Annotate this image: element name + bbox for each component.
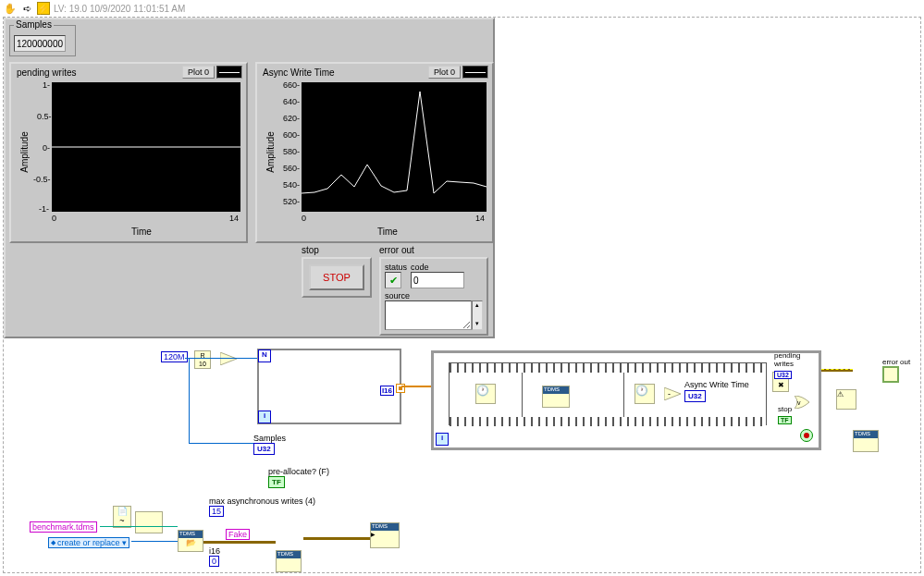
while-i-terminal: i — [436, 433, 449, 446]
async-write-time-chart: Async Write Time Plot 0 Amplitude 660- 6… — [255, 62, 494, 243]
error-label: error out — [379, 245, 488, 255]
window-title: LV: 19.0 10/9/2020 11:01:51 AM — [54, 4, 185, 14]
chart2-line — [302, 82, 487, 212]
create-or-replace-const[interactable]: ◆create or replace▾ — [48, 537, 129, 548]
chart1-title: pending writes — [17, 67, 76, 78]
status-indicator: ✔ — [385, 272, 401, 288]
i16-coerce: I16 — [380, 386, 394, 396]
error-out-cluster: error out status ✔ code source — [379, 245, 488, 336]
diagram-area: Samples pending writes Plot 0 Amplitude … — [3, 17, 921, 573]
preallocate-terminal[interactable]: pre-allocate? (F) TF — [268, 467, 329, 488]
svg-text:-: - — [668, 389, 671, 398]
svg-marker-1 — [664, 387, 681, 400]
for-loop[interactable]: N i I16 — [257, 349, 401, 424]
scroll-up-icon[interactable]: ▴ — [473, 301, 482, 311]
chart1-plot-area[interactable] — [52, 82, 240, 212]
flat-sequence[interactable]: 🕐 TDMS 🕐 - Async Write Time U32 — [449, 362, 767, 425]
stop-button[interactable]: STOP — [309, 264, 364, 290]
subtract-node[interactable]: - — [664, 387, 681, 402]
chart2-xmax: 14 — [475, 214, 485, 223]
status-label: status — [385, 263, 407, 272]
source-label: source — [385, 291, 483, 300]
film-strip-bottom — [450, 417, 766, 426]
samples-group: Samples — [9, 25, 76, 56]
chart2-title: Async Write Time — [263, 67, 335, 78]
chart1-ylabel: Amplitude — [19, 131, 30, 172]
tdms-open-node[interactable]: TDMS 📂 — [178, 530, 203, 552]
benchmark-filename-const[interactable]: benchmark.tdms — [30, 522, 97, 532]
samples-input[interactable] — [14, 35, 66, 52]
tdms-set-props-node[interactable]: TDMS — [276, 550, 302, 572]
n-terminal[interactable]: N — [258, 349, 271, 362]
loop-condition-icon[interactable] — [800, 429, 813, 442]
tick-count-1-node[interactable]: 🕐 — [475, 384, 496, 404]
stop-terminal[interactable]: stop TF — [778, 405, 792, 424]
chart2-legend-label: Plot 0 — [428, 66, 461, 79]
chart2-ylabel: Amplitude — [265, 131, 276, 172]
chart1-line — [52, 82, 240, 212]
scroll-down-icon[interactable]: ▾ — [473, 320, 482, 329]
svg-marker-0 — [220, 352, 237, 365]
fake-channel-const[interactable]: Fake — [226, 530, 250, 539]
chart1-xmax: 14 — [229, 214, 239, 223]
chart1-legend-label: Plot 0 — [182, 66, 215, 79]
svg-text:v: v — [797, 399, 801, 406]
chart2-plot-area[interactable] — [302, 82, 487, 212]
i16-const[interactable]: i16 0 — [209, 546, 220, 567]
code-field[interactable] — [411, 272, 464, 288]
const-120m[interactable]: 120M — [161, 352, 188, 362]
pending-writes-terminal[interactable]: pending writes U32 — [774, 351, 819, 379]
i-terminal: i — [258, 411, 271, 423]
stop-label: stop — [302, 245, 372, 255]
chart2-xmin: 0 — [302, 214, 306, 223]
samples-label: Samples — [14, 19, 54, 30]
chart1-legend-sample — [216, 66, 242, 79]
highlight-exec-icon[interactable]: ⚡ — [37, 2, 50, 15]
chart2-legend-sample — [462, 66, 488, 79]
tdms-close-node[interactable]: TDMS — [853, 430, 879, 452]
film-strip-top — [450, 363, 766, 373]
run-arrow-icon[interactable]: ➪ — [20, 2, 33, 15]
tdms-async-write-node[interactable]: TDMS — [542, 386, 570, 408]
build-path-node[interactable] — [135, 511, 163, 533]
front-panel: Samples pending writes Plot 0 Amplitude … — [4, 18, 495, 338]
chart1-xlabel: Time — [131, 227, 152, 237]
tdms-config-async-node[interactable]: TDMS ▶ — [370, 522, 400, 548]
to-i32-node[interactable] — [220, 352, 237, 367]
stop-cluster: stop STOP — [302, 245, 372, 298]
chart1-legend[interactable]: Plot 0 — [182, 66, 242, 79]
hand-tool-icon[interactable]: ✋ — [4, 2, 17, 15]
strip-path-node[interactable]: 📄~ — [113, 506, 131, 528]
chart2-legend[interactable]: Plot 0 — [428, 66, 488, 79]
samples-terminal[interactable]: Samples U32 — [253, 434, 286, 455]
source-field[interactable] — [385, 300, 472, 330]
pending-writes-chart: pending writes Plot 0 Amplitude 1- 0.5- … — [9, 62, 248, 243]
quotient-remainder-node[interactable]: R10 — [194, 350, 211, 369]
code-label: code — [411, 263, 464, 272]
tick-count-2-node[interactable]: 🕐 — [634, 384, 655, 404]
max-async-writes-const[interactable]: max asynchronous writes (4) 15 — [209, 496, 315, 517]
chart2-xlabel: Time — [377, 227, 398, 237]
simple-error-handler-node[interactable]: ⚠ — [836, 389, 856, 410]
async-write-time-terminal[interactable]: Async Write Time U32 — [684, 380, 749, 402]
while-loop[interactable]: i 🕐 TDMS 🕐 - — [431, 350, 821, 450]
source-scrollbar[interactable]: ▴ ▾ — [472, 300, 483, 330]
chart1-xmin: 0 — [52, 214, 56, 223]
error-out-terminal[interactable]: error out — [882, 358, 910, 383]
toolbar: ✋ ➪ ⚡ LV: 19.0 10/9/2020 11:01:51 AM — [0, 0, 924, 17]
or-node[interactable]: v — [795, 396, 809, 411]
